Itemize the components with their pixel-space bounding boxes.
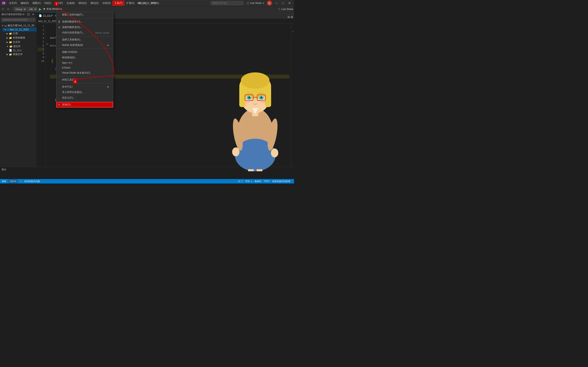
- options-label: 选项(O)...: [62, 103, 72, 106]
- linenum-6: 6: [38, 44, 44, 48]
- project-icon: ⬡: [7, 28, 9, 31]
- platform-select[interactable]: x86: [27, 7, 37, 11]
- live-share-toolbar-label[interactable]: Live Share: [282, 8, 293, 11]
- menu-tools[interactable]: 工具(T): [112, 1, 124, 6]
- menu-get-tools[interactable]: 获取工具和功能(T)...: [56, 12, 113, 17]
- menu-options[interactable]: ⚙ 选项(O)...: [56, 102, 113, 108]
- run-button[interactable]: ▶: [38, 7, 43, 11]
- menu-error-lookup[interactable]: 错误查找(K): [56, 55, 113, 60]
- vs-logo: VS: [2, 1, 6, 5]
- status-no-issues: 未找到相关问题: [24, 180, 40, 183]
- menu-code-snippets[interactable]: 代码片段管理器(T)... Ctrl+K, Ctrl+B: [56, 30, 113, 35]
- tree-item-references[interactable]: ▶ 📁 引用: [5, 31, 36, 36]
- menu-view[interactable]: 视图(V): [31, 1, 42, 5]
- toolbox-label: 选择工具箱项(X)...: [62, 38, 82, 42]
- close-button[interactable]: ✕: [287, 1, 292, 5]
- project-tree: ▼ ⬡ test_11_11_2022 ▶ 📁 引用 ▶ 📁 外部依赖项: [0, 28, 36, 57]
- global-search[interactable]: [211, 1, 243, 5]
- status-encoding[interactable]: CRLF: [264, 180, 270, 183]
- src-label: 源文件: [13, 45, 21, 48]
- debug-config-select[interactable]: Debug: [14, 7, 26, 11]
- spy-label: Spy++(+): [62, 61, 72, 64]
- git-status-label[interactable]: 添加到源代码管理。: [272, 180, 292, 183]
- toolbar-undo[interactable]: ↩: [1, 7, 5, 11]
- status-check-icon: ✓: [20, 180, 22, 183]
- editor-settings-btn[interactable]: ⚙: [291, 16, 293, 19]
- ext-label: 外部依赖项: [13, 36, 25, 40]
- toolbar: ↩ ↪ Debug x86 ▶ ▶ 本地 Windows ⬡ Live Shar…: [0, 6, 294, 12]
- sidebar-collapse-btn[interactable]: ⬛: [26, 13, 31, 16]
- toolbar-sep-1: [12, 7, 12, 11]
- menu-edit[interactable]: 编辑(E): [19, 1, 30, 5]
- hdr-icon: 📁: [9, 41, 12, 44]
- toolbar-redo[interactable]: ↪: [6, 7, 10, 11]
- menu-debug[interactable]: 调试(D): [77, 1, 88, 5]
- solution-explorer: 解决方案资源管理器 ⟳ ⬛ ✕ ▼ 🗂 解决方案'test_11_11_20 ▼…: [0, 12, 37, 179]
- menu-external-tools[interactable]: 外部工具(E)...: [56, 77, 113, 83]
- menu-toolbox[interactable]: 选择工具箱项(X)...: [56, 37, 113, 42]
- menu-vs-cmd[interactable]: Visual Studio 命令提示(C): [56, 70, 113, 76]
- get-tools-label: 获取工具和功能(T)...: [62, 13, 84, 17]
- status-col[interactable]: 字符: 1: [245, 180, 252, 183]
- solution-tree: ▼ 🗂 解决方案'test_11_11_20 ▼ ⬡ test_11_11_20…: [0, 23, 36, 179]
- minimize-button[interactable]: ─: [274, 1, 279, 5]
- line-numbers: 1 2 3 4 5 6 7 8 9 10: [37, 24, 46, 179]
- tree-item-resources[interactable]: ▶ 📁 资源文件: [5, 52, 36, 57]
- project-node[interactable]: ▼ ⬡ test_11_11_2022: [2, 28, 36, 31]
- tools-menu: 获取工具和功能(T)... 🗄 连接到数据库(D)... 🖥 连接到服务器(S)…: [56, 12, 113, 108]
- sidebar-search-input[interactable]: [1, 18, 35, 22]
- split-editor-btn[interactable]: ⧉: [288, 15, 290, 19]
- sidebar-close-btn[interactable]: ✕: [31, 13, 35, 16]
- menu-create-guid[interactable]: 创建 GUID(G): [56, 49, 113, 55]
- tree-item-sources[interactable]: ▼ 📁 源文件: [5, 44, 36, 49]
- menu-build[interactable]: 生成(B): [65, 1, 76, 5]
- hdr-label: 头文件: [13, 40, 20, 44]
- breadcrumb-path[interactable]: test_11_11_2022: [38, 20, 57, 23]
- main-layout: 解决方案资源管理器 ⟳ ⬛ ✕ ▼ 🗂 解决方案'test_11_11_20 ▼…: [0, 12, 294, 179]
- linenum-5: 5: [38, 40, 44, 44]
- customize-label: 自定义(C)...: [62, 96, 75, 100]
- linenum-10: 10: [38, 59, 44, 63]
- menu-analyze[interactable]: 分析(N): [101, 1, 112, 5]
- menu-import-export[interactable]: 导入和导出设置(I)...: [56, 90, 113, 95]
- linenum-1: 1: [38, 24, 44, 28]
- c-file-label: 11_11.c: [13, 49, 22, 52]
- menu-spy[interactable]: Spy++(+): [56, 60, 113, 65]
- sidebar-sync-btn[interactable]: ⟳: [22, 13, 25, 16]
- menu-customize[interactable]: 自定义(C)...: [56, 95, 113, 100]
- linenum-2: 2: [38, 28, 44, 32]
- annotation-1: 1: [54, 1, 59, 6]
- maximize-button[interactable]: □: [280, 1, 286, 5]
- title-bar-left: VS 文件(F) 编辑(E) 视图(V) Git(G) 项目(P) 生成(B) …: [2, 1, 161, 6]
- menu-connect-db[interactable]: 🗄 连接到数据库(D)...: [56, 19, 113, 25]
- tree-item-headers[interactable]: ▶ 📁 头文件: [5, 40, 36, 44]
- menu-test[interactable]: 测试(S): [89, 1, 100, 5]
- sidebar-icons: ⟳ ⬛ ✕: [22, 13, 35, 16]
- menu-file[interactable]: 文件(F): [7, 1, 18, 5]
- menu-nuget[interactable]: NuGet 包管理器(N) ▶: [56, 42, 113, 48]
- fold-indicator-main[interactable]: ⊟: [46, 43, 48, 45]
- menu-extensions[interactable]: 扩展(X): [125, 1, 136, 5]
- server-icon: 🖥: [58, 26, 60, 29]
- vs-cmd-label: Visual Studio 命令提示(C): [62, 71, 90, 75]
- status-line[interactable]: 行: 7: [238, 180, 243, 183]
- solution-root[interactable]: ▼ 🗂 解决方案'test_11_11_20: [0, 24, 36, 28]
- editor-scrollbar[interactable]: [291, 24, 294, 179]
- source-files: 📄 11_11.c: [5, 49, 36, 52]
- menu-connect-server[interactable]: 🖥 连接到服务器(S)...: [56, 25, 113, 30]
- tab-11-11-c-label: 11_11.c*: [43, 14, 53, 17]
- tree-item-external-deps[interactable]: ▶ 📁 外部依赖项: [5, 36, 36, 40]
- user-avatar[interactable]: L: [267, 1, 272, 6]
- status-indent[interactable]: 制表符: [255, 180, 261, 183]
- linenum-8: 8: [38, 51, 44, 55]
- create-guid-label: 创建 GUID(G): [62, 50, 77, 54]
- live-share-label[interactable]: Live Share: [250, 2, 262, 4]
- zoom-level[interactable]: 133 %: [9, 179, 17, 184]
- tree-item-c-file[interactable]: 📄 11_11.c: [7, 49, 36, 52]
- tab-11-11-c-icon: 📄: [39, 14, 42, 17]
- menu-ildasm[interactable]: ILDasm: [56, 65, 113, 70]
- menu-git[interactable]: Git(G): [43, 1, 53, 5]
- res-arrow: ▶: [7, 53, 8, 55]
- menu-command-line[interactable]: 命令行(L) ▶: [56, 84, 113, 90]
- window-controls: ─ □ ✕: [274, 1, 292, 5]
